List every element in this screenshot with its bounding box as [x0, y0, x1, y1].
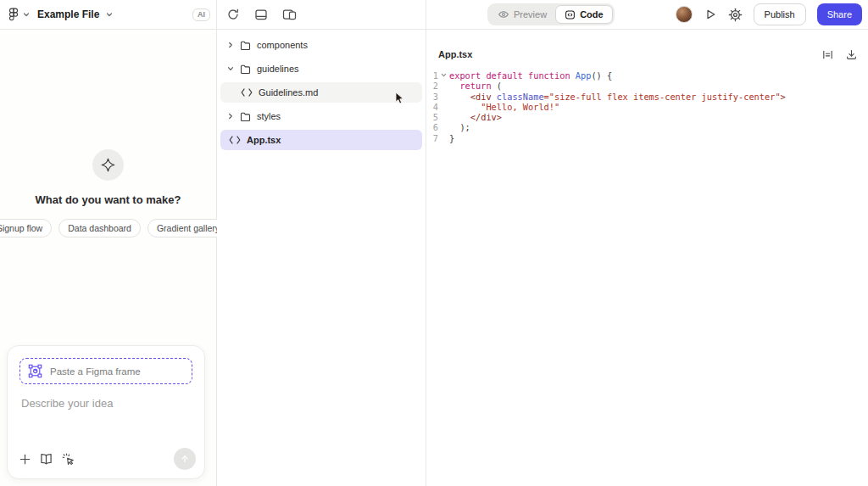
code-file-icon: [241, 88, 253, 97]
format-code-button[interactable]: [821, 48, 834, 61]
code-token: [449, 112, 470, 122]
sparkle-badge: [92, 149, 124, 181]
code-token: () {: [591, 70, 612, 81]
line-number: 2: [430, 81, 438, 91]
chevron-down-icon: [23, 11, 30, 18]
tree-item-label: guidelines: [257, 64, 299, 74]
folder-icon: [240, 40, 251, 51]
tree-item-label: styles: [257, 111, 281, 121]
figma-frame-dropzone[interactable]: Paste a Figma frame: [19, 358, 192, 384]
line-number: 3: [430, 92, 438, 102]
submit-prompt-button[interactable]: [174, 448, 196, 470]
folder-icon: [240, 111, 251, 122]
line-number: 5: [430, 112, 438, 122]
line-number: 7: [430, 133, 438, 143]
code-line-3: 3 <div className="size-full flex items-c…: [426, 92, 868, 102]
topbar-middle-section: [217, 0, 426, 29]
ai-badge: AI: [192, 8, 210, 21]
code-file-name: App.tsx: [438, 49, 472, 59]
figma-logo-icon: [8, 8, 19, 21]
figma-frame-icon: [27, 363, 43, 379]
code-token: ="size-full flex items-center justify-ce…: [544, 92, 781, 102]
app-window: Example File AI: [0, 0, 868, 486]
main-area: What do you want to make? Signup flow Da…: [0, 30, 868, 486]
settings-gear-button[interactable]: [728, 8, 743, 22]
user-avatar[interactable]: [676, 6, 693, 23]
chip-signup-flow[interactable]: Signup flow: [0, 219, 52, 237]
ai-cursor-button[interactable]: [61, 452, 75, 466]
code-token: [449, 81, 459, 91]
code-token: >: [781, 92, 786, 102]
share-button[interactable]: Share: [817, 3, 862, 25]
code-line-1: 1 export default function App() {: [426, 70, 868, 81]
code-line-2: 2 return (: [426, 81, 868, 91]
preview-tab[interactable]: Preview: [489, 5, 555, 24]
code-token: <div: [470, 92, 497, 102]
tree-item-label: components: [257, 40, 308, 50]
view-mode-toggle: Preview Code: [487, 3, 615, 25]
eye-icon: [498, 8, 509, 20]
dropzone-label: Paste a Figma frame: [50, 366, 141, 377]
guidelines-book-button[interactable]: [39, 452, 53, 466]
chip-data-dashboard[interactable]: Data dashboard: [58, 219, 141, 237]
download-code-button[interactable]: [845, 48, 858, 61]
add-attachment-button[interactable]: [19, 453, 31, 466]
tree-item-styles[interactable]: styles: [220, 106, 422, 126]
code-editor-panel: App.tsx: [426, 30, 868, 486]
file-title: Example File: [37, 8, 99, 20]
topbar-right-section: Preview Code: [426, 0, 868, 29]
figma-menu-button[interactable]: [8, 8, 30, 21]
tree-item-label: Guidelines.md: [259, 87, 318, 98]
preview-tab-label: Preview: [514, 9, 547, 20]
code-tab-label: Code: [580, 9, 604, 20]
line-number: 6: [430, 122, 438, 132]
tree-item-guidelines-md[interactable]: Guidelines.md: [220, 82, 422, 103]
layout-side-panel-button[interactable]: [282, 8, 297, 21]
play-button[interactable]: [704, 8, 717, 21]
tree-item-guidelines[interactable]: guidelines: [220, 59, 422, 79]
code-box-icon: [565, 9, 576, 20]
code-token: className: [497, 92, 544, 102]
code-content[interactable]: 1 export default function App() { 2 retu…: [426, 69, 868, 143]
code-token: [449, 92, 470, 102]
line-number: 1: [430, 70, 438, 81]
idea-input[interactable]: Describe your idea: [21, 397, 191, 410]
chevron-right-icon: [227, 42, 234, 48]
mouse-cursor: [395, 92, 405, 109]
top-bar: Example File AI: [0, 0, 868, 30]
line-number: 4: [430, 102, 438, 112]
composer-toolbar: [19, 448, 196, 470]
prompt-hero: What do you want to make? Signup flow Da…: [0, 149, 216, 237]
chevron-down-icon: [227, 65, 234, 72]
suggestion-chips: Signup flow Data dashboard Gradient gall…: [0, 219, 229, 237]
file-title-dropdown[interactable]: [106, 11, 113, 18]
folder-icon: [240, 64, 251, 75]
tree-item-app-tsx[interactable]: App.tsx: [220, 130, 422, 150]
code-line-4: 4 "Hello, World!": [426, 102, 868, 112]
prompt-panel: What do you want to make? Signup flow Da…: [0, 30, 217, 486]
code-token: );: [449, 122, 470, 132]
prompt-composer: Paste a Figma frame Describe your idea: [7, 345, 205, 479]
code-token: </div>: [470, 112, 502, 122]
code-token: "Hello, World!": [481, 102, 559, 112]
code-token: App: [576, 70, 592, 81]
refresh-button[interactable]: [226, 8, 240, 21]
tree-item-components[interactable]: components: [220, 35, 422, 55]
layout-bottom-panel-button[interactable]: [254, 8, 268, 21]
fold-chevron-icon[interactable]: [438, 70, 449, 81]
code-token: [449, 102, 481, 112]
code-file-icon: [229, 136, 241, 144]
code-token: (: [492, 81, 502, 91]
code-token: return: [459, 81, 491, 91]
publish-button[interactable]: Publish: [754, 3, 806, 25]
code-line-7: 7 }: [426, 133, 868, 143]
prompt-heading: What do you want to make?: [36, 193, 181, 206]
topbar-actions: Publish Share: [676, 3, 862, 25]
code-tab[interactable]: Code: [555, 5, 613, 24]
code-editor-actions: [821, 48, 858, 61]
chevron-right-icon: [227, 113, 234, 120]
code-token: export default function: [449, 70, 576, 81]
topbar-left-section: Example File AI: [0, 0, 217, 29]
tree-item-label: App.tsx: [247, 135, 281, 145]
code-token: }: [449, 133, 454, 143]
